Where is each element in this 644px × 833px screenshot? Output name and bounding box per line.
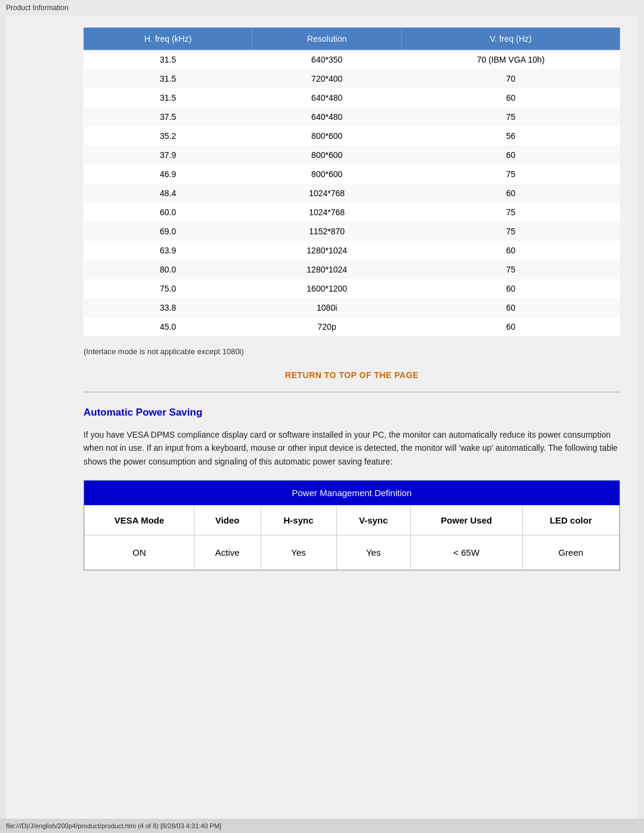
table-row: 31.5720*40070 [84, 69, 620, 88]
freq-cell-6-0: 46.9 [84, 165, 252, 184]
freq-cell-13-0: 33.8 [84, 298, 252, 317]
freq-cell-5-1: 800*600 [252, 145, 402, 165]
table-row: 69.01152*87075 [84, 222, 620, 241]
freq-cell-10-1: 1280*1024 [252, 241, 402, 260]
table-row: 45.0720p60 [84, 317, 620, 336]
page-wrapper: Product Information H. freq (kHz)Resolut… [0, 0, 644, 833]
freq-cell-12-1: 1600*1200 [252, 279, 402, 298]
freq-cell-1-0: 31.5 [84, 69, 252, 88]
freq-cell-9-2: 75 [402, 222, 620, 241]
freq-cell-5-2: 60 [402, 145, 620, 165]
power-cell-0-5: Green [522, 535, 619, 570]
power-management-table: VESA ModeVideoH-syncV-syncPower UsedLED … [84, 505, 620, 570]
power-table-header: Power Management Definition [84, 481, 620, 505]
power-col-header-5: LED color [522, 506, 619, 535]
table-row: 37.9800*60060 [84, 145, 620, 165]
top-bar: Product Information [0, 0, 644, 16]
freq-col-header-2: V. freq (Hz) [402, 28, 620, 50]
section-divider [83, 392, 620, 392]
status-bar: file:///D|/J/english/200p4/product/produ… [0, 819, 644, 833]
power-cell-0-3: Yes [336, 535, 410, 570]
freq-cell-6-1: 800*600 [252, 165, 402, 184]
table-row: 31.5640*35070 (IBM VGA 10h) [84, 50, 620, 70]
table-row: ONActiveYesYes< 65WGreen [85, 535, 620, 570]
power-cell-0-4: < 65W [410, 535, 522, 570]
freq-cell-9-0: 69.0 [84, 222, 252, 241]
power-cell-0-2: Yes [261, 535, 336, 570]
freq-cell-5-0: 37.9 [84, 145, 252, 165]
page-title: Product Information [6, 4, 69, 12]
freq-cell-3-2: 75 [402, 107, 620, 126]
freq-cell-11-2: 75 [402, 260, 620, 279]
table-row: 33.81080i60 [84, 298, 620, 317]
freq-cell-2-1: 640*480 [252, 88, 402, 107]
freq-cell-1-2: 70 [402, 69, 620, 88]
freq-cell-12-0: 75.0 [84, 279, 252, 298]
freq-cell-7-0: 48.4 [84, 184, 252, 203]
table-row: 31.5640*48060 [84, 88, 620, 107]
frequency-table: H. freq (kHz)ResolutionV. freq (Hz) 31.5… [83, 27, 620, 336]
auto-power-title: Automatic Power Saving [83, 407, 620, 419]
freq-cell-7-2: 60 [402, 184, 620, 203]
table-row: 75.01600*120060 [84, 279, 620, 298]
main-content: H. freq (kHz)ResolutionV. freq (Hz) 31.5… [6, 16, 638, 819]
return-link[interactable]: RETURN TO TOP OF THE PAGE [285, 370, 419, 380]
freq-cell-3-1: 640*480 [252, 107, 402, 126]
freq-cell-0-2: 70 (IBM VGA 10h) [402, 50, 620, 70]
freq-cell-11-1: 1280*1024 [252, 260, 402, 279]
freq-cell-13-2: 60 [402, 298, 620, 317]
freq-cell-8-1: 1024*768 [252, 203, 402, 222]
freq-cell-1-1: 720*400 [252, 69, 402, 88]
return-link-container[interactable]: RETURN TO TOP OF THE PAGE [83, 370, 620, 380]
freq-cell-10-2: 60 [402, 241, 620, 260]
freq-col-header-0: H. freq (kHz) [84, 28, 252, 50]
table-row: 63.91280*102460 [84, 241, 620, 260]
table-row: 48.41024*76860 [84, 184, 620, 203]
freq-cell-9-1: 1152*870 [252, 222, 402, 241]
table-row: 37.5640*48075 [84, 107, 620, 126]
power-col-header-1: Video [194, 506, 261, 535]
freq-cell-3-0: 37.5 [84, 107, 252, 126]
power-cell-0-1: Active [194, 535, 261, 570]
table-row: 80.01280*102475 [84, 260, 620, 279]
freq-cell-2-2: 60 [402, 88, 620, 107]
table-row: 46.9800*60075 [84, 165, 620, 184]
freq-cell-8-0: 60.0 [84, 203, 252, 222]
power-table-wrapper: Power Management Definition VESA ModeVid… [83, 480, 620, 571]
freq-cell-4-1: 800*600 [252, 126, 402, 145]
freq-cell-11-0: 80.0 [84, 260, 252, 279]
freq-cell-6-2: 75 [402, 165, 620, 184]
freq-cell-14-1: 720p [252, 317, 402, 336]
freq-cell-14-0: 45.0 [84, 317, 252, 336]
auto-power-description: If you have VESA DPMS compliance display… [83, 428, 620, 468]
freq-cell-8-2: 75 [402, 203, 620, 222]
power-col-header-3: V-sync [336, 506, 410, 535]
freq-cell-10-0: 63.9 [84, 241, 252, 260]
freq-cell-13-1: 1080i [252, 298, 402, 317]
power-cell-0-0: ON [85, 535, 194, 570]
freq-cell-0-1: 640*350 [252, 50, 402, 70]
freq-cell-4-2: 56 [402, 126, 620, 145]
interlace-note: (Interlace mode is not applicable except… [83, 347, 620, 356]
freq-cell-4-0: 35.2 [84, 126, 252, 145]
power-col-header-2: H-sync [261, 506, 336, 535]
freq-col-header-1: Resolution [252, 28, 402, 50]
freq-cell-14-2: 60 [402, 317, 620, 336]
power-col-header-4: Power Used [410, 506, 522, 535]
freq-cell-7-1: 1024*768 [252, 184, 402, 203]
power-col-header-0: VESA Mode [85, 506, 194, 535]
table-row: 35.2800*60056 [84, 126, 620, 145]
table-row: 60.01024*76875 [84, 203, 620, 222]
freq-cell-12-2: 60 [402, 279, 620, 298]
freq-cell-0-0: 31.5 [84, 50, 252, 70]
freq-cell-2-0: 31.5 [84, 88, 252, 107]
